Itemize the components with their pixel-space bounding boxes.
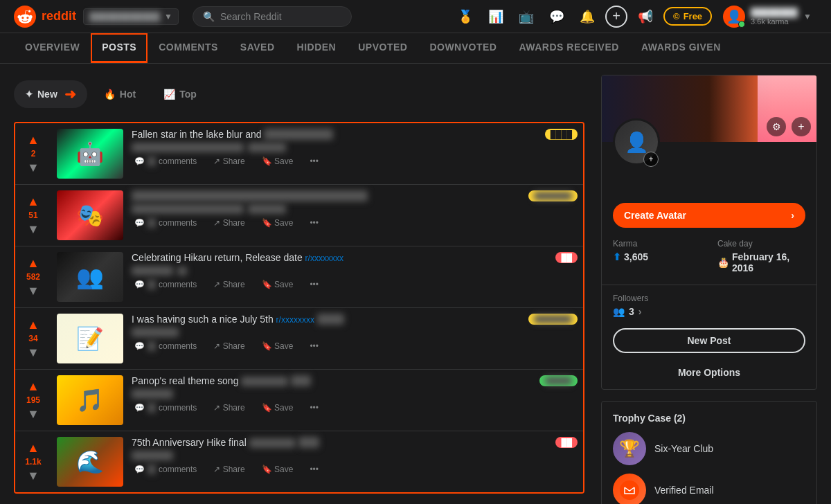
more-options-button[interactable]: More Options — [602, 361, 816, 389]
share-button[interactable]: ↗ Share — [211, 402, 247, 414]
share-button[interactable]: ↗ Share — [211, 155, 247, 168]
new-post-button[interactable]: New Post — [613, 328, 805, 353]
sort-new-button[interactable]: ✦ New ➜ — [14, 80, 87, 108]
tab-saved[interactable]: SAVED — [229, 33, 286, 63]
upvote-button[interactable]: ▲ — [26, 379, 41, 394]
create-avatar-arrow-icon: › — [791, 210, 794, 221]
post-title[interactable]: Panop's real theme song r/xxxxxxxxxx ███ — [132, 375, 534, 386]
post-title-row: Panop's real theme song r/xxxxxxxxxx ███… — [132, 375, 578, 386]
save-button[interactable]: 🔖 Save — [259, 155, 296, 168]
vote-count: 2 — [31, 149, 36, 159]
tab-overview[interactable]: OVERVIEW — [14, 33, 91, 63]
more-button[interactable]: ••• — [307, 278, 321, 291]
followers-section: Followers 👥 3 › — [602, 285, 816, 328]
downvote-button[interactable]: ▼ — [26, 406, 41, 422]
post-title[interactable]: Fallen star in the lake blur and ███████… — [132, 129, 539, 140]
tab-comments[interactable]: COMMENTS — [148, 33, 229, 63]
subreddit-link[interactable]: r/xxxxxxxx — [248, 143, 286, 152]
karma-value: ⬆ 3,605 — [613, 251, 701, 262]
post-meta: ███████ — [132, 389, 578, 399]
comments-button[interactable]: 💬 xx comments — [132, 340, 199, 352]
comments-button[interactable]: 💬 xx comments — [132, 217, 199, 229]
six-year-club-label: Six-Year Club — [654, 443, 713, 454]
search-icon: 🔍 — [203, 11, 215, 22]
share-button[interactable]: ↗ Share — [211, 278, 247, 291]
downvote-button[interactable]: ▼ — [26, 222, 41, 237]
more-button[interactable]: ••• — [307, 155, 321, 168]
sort-hot-label: Hot — [120, 89, 136, 100]
create-avatar-button[interactable]: Create Avatar › — [613, 203, 805, 228]
post-actions: 💬 xx comments ↗ Share 🔖 Save ••• — [132, 217, 578, 229]
sort-hot-button[interactable]: 🔥 Hot — [93, 83, 147, 105]
followers-chevron-icon[interactable]: › — [638, 306, 642, 317]
profile-tabs: OVERVIEW POSTS COMMENTS SAVED HIDDEN UPV… — [0, 33, 831, 64]
comments-button[interactable]: 💬 xx comments — [132, 278, 199, 291]
post-subtitle: ███████ — [132, 266, 173, 276]
six-year-club-icon: 🏆 — [613, 432, 646, 465]
upvote-button[interactable]: ▲ — [26, 440, 41, 456]
advertise-icon[interactable]: 📢 — [633, 4, 658, 29]
downvote-button[interactable]: ▼ — [26, 468, 41, 483]
post-actions: 💬 xx comments ↗ Share 🔖 Save ••• — [132, 155, 578, 168]
upvote-button[interactable]: ▲ — [26, 317, 41, 332]
achievements-icon[interactable]: 🏅 — [453, 4, 478, 29]
premium-button[interactable]: © Free — [663, 7, 712, 26]
tab-awards-given[interactable]: AWARDS GIVEN — [630, 33, 732, 63]
stats-icon[interactable]: 📊 — [483, 4, 508, 29]
more-button[interactable]: ••• — [307, 402, 321, 414]
add-banner-icon[interactable]: + — [792, 117, 811, 136]
post-thumbnail: 🌊 — [57, 437, 123, 487]
add-photo-icon[interactable]: + — [643, 152, 659, 167]
vote-count: 1.1k — [25, 457, 41, 467]
save-button[interactable]: 🔖 Save — [259, 463, 296, 476]
tab-awards-received[interactable]: AWARDS RECEIVED — [508, 33, 629, 63]
more-button[interactable]: ••• — [307, 217, 321, 229]
reddit-wordmark: reddit — [42, 9, 76, 24]
downvote-button[interactable]: ▼ — [26, 345, 41, 360]
tab-posts[interactable]: POSTS — [91, 33, 148, 63]
notifications-icon[interactable]: 🔔 — [575, 4, 600, 29]
share-button[interactable]: ↗ Share — [211, 217, 247, 229]
save-button[interactable]: 🔖 Save — [259, 340, 296, 352]
more-button[interactable]: ••• — [307, 463, 321, 476]
post-meta: ███████ — [132, 451, 578, 460]
main-layout: ✦ New ➜ 🔥 Hot 📈 Top ▲ 2 ▼ — [0, 64, 831, 504]
tab-upvoted[interactable]: UPVOTED — [347, 33, 418, 63]
save-button[interactable]: 🔖 Save — [259, 278, 296, 291]
comments-button[interactable]: 💬 xx comments — [132, 155, 199, 168]
post-title[interactable]: Celebrating Hikaru return, Release date … — [132, 252, 550, 263]
share-button[interactable]: ↗ Share — [211, 463, 247, 476]
save-button[interactable]: 🔖 Save — [259, 217, 296, 229]
vote-column: ▲ 51 ▼ — [15, 185, 51, 246]
comments-button[interactable]: 💬 xx comments — [132, 402, 199, 414]
post-flair: ██ — [555, 437, 578, 448]
nav-icons: 🏅 📊 📺 💬 🔔 + 📢 © Free 👤 ████████ 3.6k kar… — [453, 3, 817, 30]
save-button[interactable]: 🔖 Save — [259, 402, 296, 414]
post-actions: 💬 xx comments ↗ Share 🔖 Save ••• — [132, 402, 578, 414]
share-button[interactable]: ↗ Share — [211, 340, 247, 352]
search-input[interactable] — [220, 11, 341, 22]
upvote-button[interactable]: ▲ — [26, 255, 41, 271]
settings-icon[interactable]: ⚙ — [767, 117, 786, 136]
post-title[interactable]: ████████████ ██████████████████████ — [132, 190, 523, 201]
user-info[interactable]: 👤 ████████ 3.6k karma ▼ — [717, 3, 817, 30]
upvote-button[interactable]: ▲ — [26, 132, 41, 147]
post-title[interactable]: I was having such a nice July 5th r/xxxx… — [132, 314, 523, 325]
more-button[interactable]: ••• — [307, 340, 321, 352]
video-icon[interactable]: 📺 — [514, 4, 539, 29]
upvote-button[interactable]: ▲ — [26, 194, 41, 209]
tab-hidden[interactable]: HIDDEN — [286, 33, 348, 63]
vote-count: 582 — [26, 272, 40, 282]
downvote-button[interactable]: ▼ — [26, 160, 41, 175]
reddit-logo[interactable]: reddit — [14, 6, 76, 28]
downvote-button[interactable]: ▼ — [26, 283, 41, 298]
vote-column: ▲ 195 ▼ — [15, 370, 51, 431]
create-post-icon[interactable]: + — [605, 6, 627, 28]
subreddit-link[interactable]: r/xxxxxxxx — [248, 204, 286, 214]
chat-icon[interactable]: 💬 — [544, 4, 569, 29]
comments-button[interactable]: 💬 xx comments — [132, 463, 199, 476]
user-dropdown[interactable]: ████████████ ▼ — [83, 8, 179, 25]
sort-top-button[interactable]: 📈 Top — [152, 83, 208, 105]
post-title[interactable]: 75th Anniversary Hike final r/xxxxxxxxxx… — [132, 437, 550, 448]
tab-downvoted[interactable]: DOWNVOTED — [418, 33, 508, 63]
